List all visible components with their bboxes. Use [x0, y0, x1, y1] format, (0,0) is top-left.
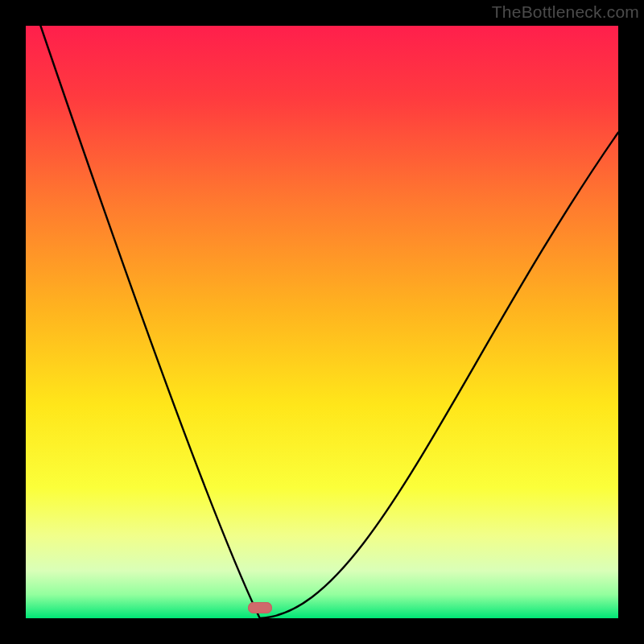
bottleneck-curve	[26, 26, 618, 618]
optimum-marker	[248, 602, 272, 613]
watermark-text: TheBottleneck.com	[492, 3, 639, 20]
chart-frame: TheBottleneck.com	[0, 0, 644, 644]
plot-area	[26, 26, 618, 618]
curve-path	[40, 26, 618, 618]
